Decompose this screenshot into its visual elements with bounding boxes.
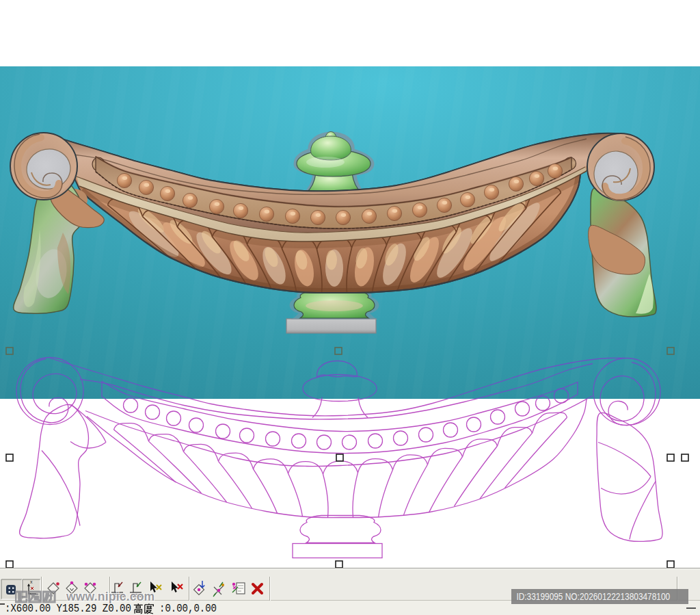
svg-text:x: x bbox=[30, 579, 33, 584]
